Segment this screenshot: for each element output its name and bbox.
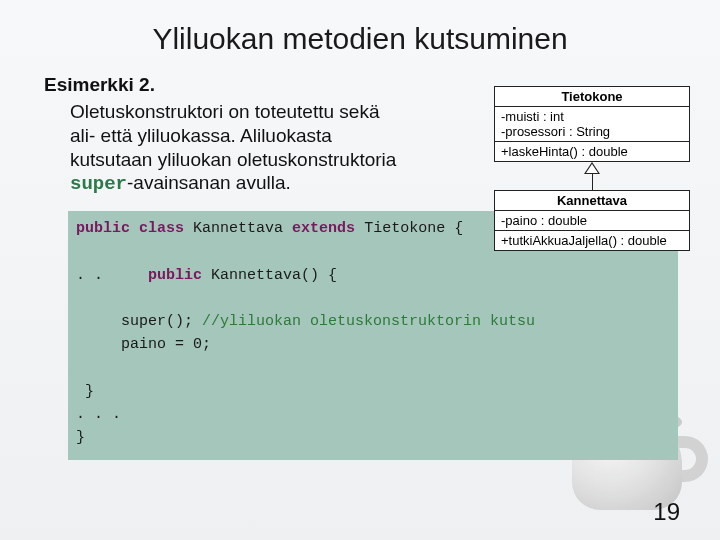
para-line2: ali- että yliluokassa. Aliluokasta bbox=[70, 125, 332, 146]
uml-inheritance-arrow bbox=[494, 162, 690, 190]
uml-class1-attrs: -muisti : int -prosessori : String bbox=[495, 107, 689, 142]
uml-class1-name: Tietokone bbox=[495, 87, 689, 107]
para-line1: Oletuskonstruktori on toteutettu sekä bbox=[70, 101, 379, 122]
para-line4-rest: -avainsanan avulla. bbox=[127, 172, 291, 193]
kw-extends: extends bbox=[292, 220, 355, 237]
para-line3: kutsutaan yliluokan oletuskonstruktoria bbox=[70, 149, 396, 170]
uml-class-tietokone: Tietokone -muisti : int -prosessori : St… bbox=[494, 86, 690, 162]
cls-parent: Tietokone bbox=[364, 220, 445, 237]
super-call: super(); bbox=[121, 313, 193, 330]
close-brace-2: } bbox=[76, 429, 85, 446]
method-sig: Kannettava() { bbox=[202, 267, 337, 284]
kw-public-2: public bbox=[148, 267, 202, 284]
slide-title: Yliluokan metodien kutsuminen bbox=[0, 0, 720, 74]
uml-class1-ops: +laskeHinta() : double bbox=[495, 142, 689, 161]
slide-number: 19 bbox=[653, 498, 680, 526]
paragraph: Oletuskonstruktori on toteutettu sekä al… bbox=[44, 100, 424, 197]
uml-class2-ops: +tutkiAkkuaJaljella() : double bbox=[495, 231, 689, 250]
cls-child: Kannettava bbox=[193, 220, 283, 237]
ellipsis: . . . bbox=[76, 406, 121, 423]
assign: paino = 0; bbox=[121, 336, 211, 353]
keyword-super: super bbox=[70, 173, 127, 195]
close-brace: } bbox=[85, 383, 94, 400]
kw-class: class bbox=[139, 220, 184, 237]
comment: //yliluokan oletuskonstruktorin kutsu bbox=[193, 313, 535, 330]
uml-class2-name: Kannettava bbox=[495, 191, 689, 211]
uml-class2-attrs: -paino : double bbox=[495, 211, 689, 231]
uml-class-kannettava: Kannettava -paino : double +tutkiAkkuaJa… bbox=[494, 190, 690, 251]
uml-diagram: Tietokone -muisti : int -prosessori : St… bbox=[494, 86, 690, 251]
kw-public: public bbox=[76, 220, 130, 237]
dots: . . bbox=[76, 267, 103, 284]
